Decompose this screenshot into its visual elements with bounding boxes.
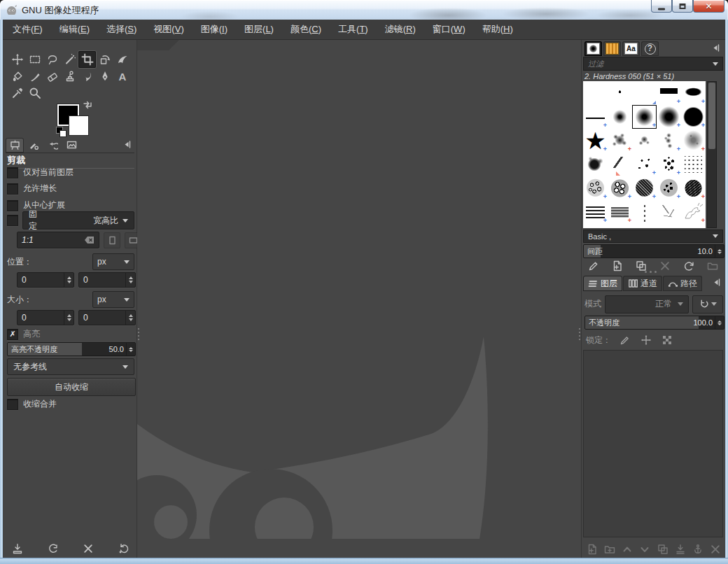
brush-splatter-s[interactable]	[632, 129, 657, 153]
delete-brush-button[interactable]	[657, 258, 673, 274]
brush-soft-s[interactable]	[608, 105, 632, 129]
brush-blank[interactable]	[632, 81, 657, 105]
highlight-opacity-slider[interactable]: 高亮不透明度 50.0	[7, 342, 136, 356]
brush-splatter-v[interactable]: +	[657, 129, 681, 153]
tab-channels[interactable]: 通道	[623, 276, 662, 291]
brush-texture-block[interactable]: +	[608, 200, 632, 224]
panel-resize-handle[interactable]	[645, 271, 657, 273]
brush-dots-sparse[interactable]: +	[632, 153, 657, 176]
brush-scatter-dashes[interactable]	[657, 200, 681, 224]
brush-thin-line[interactable]	[608, 224, 632, 228]
menu-item-8[interactable]: 滤镜(R)	[377, 20, 424, 39]
fixed-aspect-dropdown[interactable]: 固定 宽高比	[22, 211, 134, 230]
brush-cells-1[interactable]: +	[583, 176, 608, 200]
brush-grid-scrollbar[interactable]	[707, 81, 717, 228]
eraser-tool[interactable]	[43, 68, 61, 85]
menu-item-5[interactable]: 图层(L)	[236, 20, 282, 39]
text-tool[interactable]: A	[113, 68, 131, 85]
reset-tool-options-button[interactable]	[116, 541, 132, 556]
brush-texture-2[interactable]: +	[681, 176, 706, 200]
lock-pixels-button[interactable]	[618, 333, 632, 347]
warp-transform-tool[interactable]	[113, 51, 131, 68]
smudge-tool[interactable]	[78, 68, 96, 85]
refresh-brushes-button[interactable]	[681, 258, 696, 274]
brush-dots-cluster[interactable]: +	[657, 153, 681, 176]
dock-tab-tool-options[interactable]	[6, 138, 24, 153]
allow-growing-checkbox[interactable]: 允许增长	[7, 183, 57, 195]
maximize-button[interactable]	[672, 0, 693, 13]
brush-blob-dark[interactable]	[632, 224, 657, 228]
crop-tool[interactable]	[78, 51, 96, 68]
tab-paths[interactable]: 路径	[663, 276, 702, 291]
brush-tag-entry[interactable]: Basic ,	[583, 230, 723, 243]
save-tool-preset-button[interactable]	[10, 541, 25, 556]
dock-tab-images[interactable]	[62, 138, 80, 153]
brush-strip[interactable]	[657, 224, 681, 228]
color-picker-tool[interactable]	[8, 85, 26, 101]
background-color-swatch[interactable]	[69, 115, 89, 136]
highlight-checkbox[interactable]: ✗ 高亮	[7, 328, 40, 340]
fuzzy-select-tool[interactable]	[61, 51, 78, 68]
brush-soft-l[interactable]: +	[657, 105, 681, 129]
fixed-checkbox[interactable]	[7, 215, 18, 226]
right-pane-resize-handle[interactable]	[579, 328, 580, 340]
portrait-orientation-button[interactable]	[104, 232, 120, 248]
brush-texture-1[interactable]: +	[632, 176, 657, 200]
size-width-input[interactable]: 0	[17, 310, 74, 325]
spinner-arrows[interactable]	[125, 273, 135, 287]
restore-tool-preset-button[interactable]	[46, 541, 61, 556]
dock-tab-undo-history[interactable]	[43, 138, 62, 153]
edit-brush-button[interactable]	[586, 258, 601, 274]
bucket-fill-tool[interactable]	[8, 68, 26, 85]
aspect-ratio-input[interactable]: 1:1	[17, 232, 99, 248]
spinner-arrows[interactable]	[715, 316, 724, 329]
title-bar[interactable]: GNU 图像处理程序 ✕	[0, 0, 728, 20]
ink-tool[interactable]	[96, 68, 113, 85]
fonts-tab[interactable]: Aa	[622, 41, 640, 56]
brush-filter-input[interactable]: 过滤	[583, 57, 723, 71]
menu-item-0[interactable]: 文件(F)	[4, 20, 51, 39]
menu-item-3[interactable]: 视图(V)	[145, 20, 192, 39]
lower-layer-button[interactable]	[637, 542, 652, 557]
brush-strip[interactable]	[583, 224, 608, 228]
autoshrink-button[interactable]: 自动收缩	[7, 378, 136, 396]
position-unit-dropdown[interactable]: px	[92, 253, 134, 270]
default-colors-icon[interactable]	[56, 127, 66, 136]
left-pane-resize-handle[interactable]	[138, 328, 139, 340]
brush-blank[interactable]	[681, 224, 706, 228]
brush-hline[interactable]: +	[583, 105, 608, 129]
merge-layer-button[interactable]	[673, 542, 688, 557]
paintbrush-tool[interactable]	[26, 68, 43, 85]
mode-switch-button[interactable]	[692, 295, 723, 313]
help-tab[interactable]: ?	[641, 41, 659, 56]
layers-menu-icon[interactable]	[710, 277, 722, 288]
move-tool[interactable]	[8, 51, 26, 68]
shrink-merged-checkbox[interactable]: 收缩合并	[7, 398, 57, 410]
delete-tool-preset-button[interactable]	[80, 541, 96, 556]
menu-item-6[interactable]: 颜色(C)	[282, 20, 330, 39]
spinner-arrows[interactable]	[64, 273, 74, 287]
brush-strokes[interactable]: +	[583, 200, 608, 224]
brush-dot-tiny[interactable]	[608, 81, 632, 105]
spinner-arrows[interactable]	[126, 343, 135, 355]
menu-item-9[interactable]: 窗口(W)	[424, 20, 474, 39]
position-y-input[interactable]: 0	[78, 272, 136, 288]
brush-speckle[interactable]: +	[657, 176, 681, 200]
free-select-tool[interactable]	[43, 51, 61, 68]
brush-black-ellipse[interactable]: +	[681, 81, 706, 105]
swap-colors-icon[interactable]	[83, 100, 92, 110]
lock-alpha-button[interactable]	[660, 333, 674, 347]
new-brush-button[interactable]	[610, 258, 625, 274]
left-dock-menu-icon[interactable]	[121, 139, 132, 150]
clear-entry-icon[interactable]	[85, 236, 94, 244]
brush-dash[interactable]	[608, 153, 632, 176]
raise-layer-button[interactable]	[620, 542, 635, 557]
zoom-tool[interactable]	[26, 85, 43, 101]
size-unit-dropdown[interactable]: px	[92, 291, 134, 308]
rectangle-select-tool[interactable]	[26, 51, 43, 68]
brushes-menu-icon[interactable]	[710, 43, 721, 53]
new-layer-group-button[interactable]	[602, 542, 617, 557]
brush-black-bar[interactable]: +	[657, 81, 681, 105]
open-brush-location-button[interactable]	[705, 258, 720, 274]
delete-layer-button[interactable]	[708, 542, 723, 557]
